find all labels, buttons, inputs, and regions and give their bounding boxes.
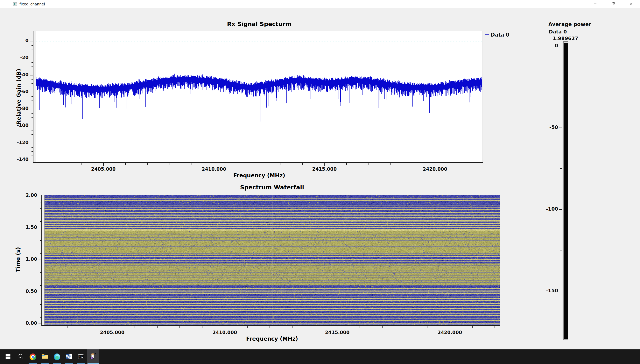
- axis-tick: [560, 87, 562, 87]
- axis-tick: [30, 143, 33, 143]
- running-indicator: [28, 363, 37, 364]
- axis-tick: [180, 326, 180, 328]
- axis-tick: [360, 326, 360, 328]
- spectrum-y-axis-line: [33, 31, 34, 162]
- start-button[interactable]: [1, 350, 15, 364]
- axis-tick: [560, 168, 562, 169]
- axis-tick: [40, 304, 42, 305]
- axis-tick: [40, 272, 42, 273]
- window-title: fixed_channel: [20, 2, 45, 6]
- axis-tick-label: 1.00: [18, 257, 37, 263]
- axis-tick-label: 2405.000: [95, 330, 130, 336]
- svg-text:C:\: C:\: [79, 355, 82, 358]
- axis-tick: [32, 45, 33, 46]
- minimize-button[interactable]: [586, 0, 604, 8]
- cmd-icon: C:\: [78, 353, 84, 361]
- waterfall-canvas[interactable]: [44, 195, 500, 324]
- axis-tick-label: -60: [9, 89, 28, 95]
- axis-tick: [560, 250, 562, 250]
- axis-tick: [32, 96, 33, 97]
- running-indicator: [77, 363, 85, 364]
- axis-tick-label: -80: [9, 106, 28, 112]
- axis-tick: [32, 79, 33, 80]
- close-icon: [629, 2, 633, 6]
- spectrum-plot-area[interactable]: [36, 31, 482, 162]
- axis-tick: [346, 163, 347, 165]
- axis-tick-label: 0: [539, 43, 558, 49]
- axis-tick: [90, 326, 90, 328]
- axis-tick-label: -50: [539, 125, 558, 131]
- axis-tick-label: 2420.000: [418, 167, 452, 173]
- axis-tick: [30, 58, 33, 58]
- axis-tick: [30, 75, 33, 76]
- axis-tick: [40, 253, 42, 254]
- axis-tick: [148, 163, 148, 165]
- axis-tick: [30, 160, 33, 160]
- axis-tick-label: 2410.000: [207, 330, 242, 336]
- axis-tick: [413, 163, 413, 165]
- restore-icon: [611, 2, 615, 6]
- spectrum-legend: Data 0: [485, 32, 509, 38]
- file-explorer-icon: [42, 353, 48, 361]
- taskbar: W C:\: [0, 350, 640, 364]
- close-button[interactable]: [622, 0, 640, 8]
- axis-tick: [479, 163, 479, 165]
- axis-tick: [38, 228, 42, 228]
- axis-tick: [292, 326, 292, 328]
- axis-tick: [280, 163, 280, 165]
- windows-logo-icon: [5, 354, 11, 360]
- waterfall-x-axis-title: Frequency (MHz): [44, 336, 500, 342]
- taskbar-app-chrome[interactable]: [27, 350, 39, 364]
- svg-text:W: W: [66, 355, 70, 358]
- axis-tick: [315, 326, 315, 328]
- running-indicator: [53, 363, 61, 364]
- taskbar-app-word[interactable]: W: [63, 350, 75, 364]
- axis-tick-label: 0: [9, 38, 28, 44]
- axis-tick: [40, 221, 42, 222]
- axis-tick: [40, 202, 42, 202]
- restore-button[interactable]: [604, 0, 622, 8]
- axis-tick: [192, 163, 192, 165]
- axis-tick: [59, 163, 59, 165]
- gauge-series-label: Data 0: [549, 29, 567, 34]
- axis-tick: [157, 326, 158, 328]
- axis-tick: [494, 326, 495, 328]
- axis-tick-label: 0.00: [18, 321, 37, 327]
- axis-tick-label: 2410.000: [196, 167, 232, 173]
- axis-tick: [224, 326, 225, 329]
- taskbar-app-edge[interactable]: [51, 350, 63, 364]
- axis-tick: [40, 234, 42, 234]
- taskbar-app-file-explorer[interactable]: [39, 350, 51, 364]
- chrome-icon: [30, 354, 36, 360]
- axis-tick-label: 2415.000: [320, 330, 355, 336]
- search-button[interactable]: [15, 350, 27, 364]
- taskbar-app-cmd[interactable]: C:\: [75, 350, 87, 364]
- axis-tick-label: 2.00: [18, 193, 37, 199]
- app-icon: [13, 2, 17, 6]
- taskbar-app-gnuradio[interactable]: [87, 350, 99, 364]
- axis-tick: [32, 71, 33, 71]
- axis-tick: [258, 163, 258, 165]
- axis-tick: [40, 208, 42, 209]
- edge-icon: [54, 354, 60, 360]
- axis-tick-label: 0.50: [18, 289, 37, 295]
- spectrum-chart-title: Rx Signal Specturm: [36, 20, 482, 28]
- axis-tick: [32, 130, 33, 130]
- waterfall-plot-area[interactable]: [44, 195, 500, 325]
- legend-line-marker: [485, 34, 489, 35]
- axis-tick: [30, 41, 33, 42]
- axis-tick-label: -120: [9, 140, 28, 146]
- axis-tick: [112, 326, 112, 329]
- axis-tick: [202, 326, 202, 328]
- axis-tick: [559, 209, 562, 210]
- axis-tick-label: -100: [539, 206, 558, 212]
- axis-tick: [40, 317, 42, 318]
- axis-tick: [32, 54, 33, 54]
- waterfall-chart-title: Spectrum Waterfall: [44, 184, 500, 191]
- axis-tick: [450, 326, 450, 329]
- axis-tick: [405, 326, 405, 328]
- axis-tick: [30, 92, 33, 92]
- spectrum-canvas[interactable]: [36, 31, 482, 162]
- axis-tick-label: 2415.000: [307, 167, 342, 173]
- axis-tick-label: -150: [539, 288, 558, 294]
